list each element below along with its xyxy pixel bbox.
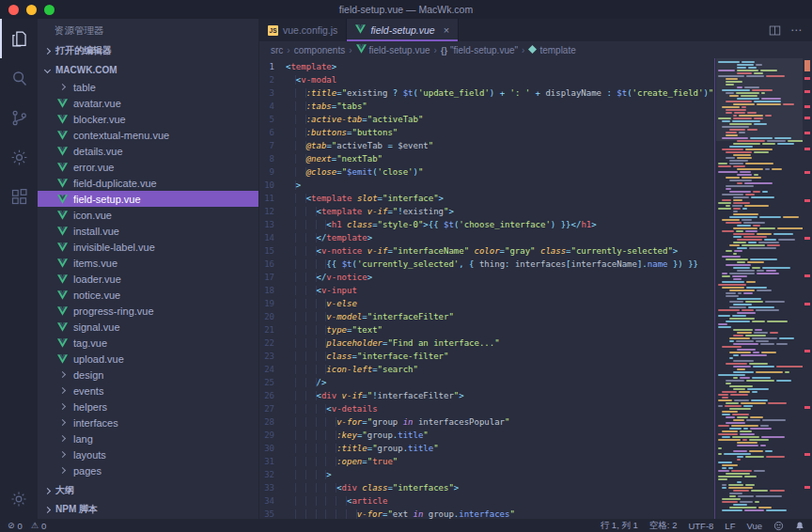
breadcrumb-item-template[interactable]: template — [528, 45, 575, 55]
code-line-5[interactable]: 5 :active-tab="activeTab" — [259, 113, 716, 126]
debug-icon[interactable] — [0, 137, 38, 177]
tree-item-contextual-menu.vue[interactable]: contextual-menu.vue — [38, 127, 258, 143]
code-line-2[interactable]: 2 <v-modal — [259, 73, 716, 86]
code-line-32[interactable]: 32 > — [259, 468, 716, 481]
code-line-28[interactable]: 28 v-for="group in interfacesPopular" — [259, 415, 716, 429]
tree-item-invisible-label.vue[interactable]: invisible-label.vue — [38, 239, 258, 255]
search-icon[interactable] — [0, 58, 38, 98]
code-line-6[interactable]: 6 :buttons="buttons" — [259, 126, 716, 139]
section-open-editors[interactable]: 打开的编辑器 — [38, 41, 258, 60]
status-Vue[interactable]: Vue — [746, 521, 762, 531]
tree-item-install.vue[interactable]: install.vue — [38, 223, 258, 239]
tree-item-error.vue[interactable]: error.vue — [38, 159, 258, 175]
code-line-9[interactable]: 9 @close="$emit('close')" — [259, 165, 716, 179]
status-UTF-8[interactable]: UTF-8 — [688, 521, 713, 531]
code-line-18[interactable]: 18 <v-input — [259, 284, 716, 297]
minimap[interactable] — [716, 58, 803, 519]
code-line-25[interactable]: 25 /> — [259, 376, 716, 389]
status-LF[interactable]: LF — [725, 521, 735, 531]
minimap-row — [716, 219, 803, 221]
code-line-24[interactable]: 24 icon-left="search" — [259, 363, 716, 376]
code-line-13[interactable]: 13 <h1 class="style-0">{{ $t('choose_int… — [259, 218, 716, 231]
code-line-33[interactable]: 33 <div class="interfaces"> — [259, 481, 716, 494]
status-空格: 2[interactable]: 空格: 2 — [649, 520, 678, 532]
code-line-14[interactable]: 14 </template> — [259, 231, 716, 244]
minimap-row — [716, 261, 803, 263]
section-project[interactable]: MACWK.COM — [38, 60, 258, 79]
code-line-27[interactable]: 27 <v-details — [259, 402, 716, 415]
tree-item-field-duplicate.vue[interactable]: field-duplicate.vue — [38, 175, 258, 191]
source-control-icon[interactable] — [0, 98, 38, 137]
tree-item-loader.vue[interactable]: loader.vue — [38, 271, 258, 287]
code-line-1[interactable]: 1<template> — [259, 60, 716, 73]
tree-item-items.vue[interactable]: items.vue — [38, 255, 258, 271]
split-editor-icon[interactable] — [769, 24, 781, 37]
code-line-3[interactable]: 3 :title="existing ? $t('update_field') … — [259, 86, 716, 100]
tree-item-table[interactable]: table — [38, 79, 258, 95]
tree-item-events[interactable]: events — [38, 383, 258, 399]
tree-item-signal.vue[interactable]: signal.vue — [38, 319, 258, 335]
code-line-35[interactable]: 35 v-for="ext in group.interfaces" — [259, 508, 716, 519]
tree-item-lang[interactable]: lang — [38, 430, 258, 446]
minimap-slider[interactable] — [716, 58, 803, 141]
code-line-12[interactable]: 12 <template v-if="!existing"> — [259, 205, 716, 218]
tree-item-progress-ring.vue[interactable]: progress-ring.vue — [38, 303, 258, 319]
bell-icon[interactable] — [795, 521, 804, 531]
code-line-23[interactable]: 23 class="interface-filter" — [259, 350, 716, 363]
code-line-11[interactable]: 11 <template slot="interface"> — [259, 192, 716, 205]
code-line-17[interactable]: 17 </v-notice> — [259, 271, 716, 284]
tree-item-notice.vue[interactable]: notice.vue — [38, 287, 258, 303]
tree-item-design[interactable]: design — [38, 367, 258, 383]
explorer-icon[interactable] — [0, 19, 38, 58]
code-line-22[interactable]: 22 placeholder="Find an interface..." — [259, 336, 716, 350]
tree-item-helpers[interactable]: helpers — [38, 399, 258, 415]
warning-count[interactable]: ⚠0 — [31, 521, 46, 531]
code-line-26[interactable]: 26 <div v-if="!interfaceFilter"> — [259, 389, 716, 402]
extensions-icon[interactable] — [0, 177, 38, 216]
tree-item-upload.vue[interactable]: upload.vue — [38, 351, 258, 367]
code-line-16[interactable]: 16 {{ $t('currently_selected', { thing: … — [259, 258, 716, 271]
minimap-row — [716, 462, 803, 463]
code-line-19[interactable]: 19 v-else — [259, 297, 716, 310]
breadcrumb-item-field-setup.vue[interactable]: {}"field-setup.vue" — [441, 45, 518, 55]
section-npm-scripts[interactable]: NPM 脚本 — [38, 500, 258, 519]
breadcrumb-item-components[interactable]: components — [294, 45, 345, 55]
tree-item-avatar.vue[interactable]: avatar.vue — [38, 95, 258, 111]
tree-item-pages[interactable]: pages — [38, 462, 258, 478]
tree-item-icon.vue[interactable]: icon.vue — [38, 207, 258, 223]
code-line-7[interactable]: 7 @tab="activeTab = $event" — [259, 139, 716, 152]
close-tab-icon[interactable]: × — [444, 24, 449, 36]
code-line-4[interactable]: 4 :tabs="tabs" — [259, 100, 716, 113]
code-line-34[interactable]: 34 <article — [259, 494, 716, 508]
code-line-10[interactable]: 10 > — [259, 179, 716, 192]
minimize-button[interactable] — [26, 5, 37, 15]
tree-item-blocker.vue[interactable]: blocker.vue — [38, 111, 258, 127]
close-button[interactable] — [8, 5, 19, 15]
code-line-30[interactable]: 30 :title="group.title" — [259, 442, 716, 455]
code-line-29[interactable]: 29 :key="group.title" — [259, 429, 716, 442]
breadcrumb-item-field-setup.vue[interactable]: field-setup.vue — [356, 44, 430, 55]
tree-item-tag.vue[interactable]: tag.vue — [38, 335, 258, 351]
tree-item-field-setup.vue[interactable]: field-setup.vue — [38, 191, 258, 207]
tree-item-details.vue[interactable]: details.vue — [38, 143, 258, 159]
section-outline[interactable]: 大纲 — [38, 481, 258, 500]
breadcrumb-item-src[interactable]: src — [271, 45, 283, 55]
manage-icon[interactable] — [0, 479, 38, 519]
minimap-row — [716, 227, 803, 229]
tab-vue.config.js[interactable]: JSvue.config.js — [259, 19, 347, 41]
more-actions-icon[interactable]: ⋯ — [790, 23, 803, 37]
code-line-20[interactable]: 20 v-model="interfaceFilter" — [259, 310, 716, 323]
code-line-8[interactable]: 8 @next="nextTab" — [259, 152, 716, 165]
code-line-31[interactable]: 31 :open="true" — [259, 455, 716, 468]
code-editor[interactable]: 1<template>2 <v-modal3 :title="existing … — [259, 58, 716, 519]
tab-field-setup.vue[interactable]: field-setup.vue× — [347, 19, 459, 41]
code-line-21[interactable]: 21 type="text" — [259, 323, 716, 336]
zoom-button[interactable] — [44, 5, 55, 15]
status-行 1, 列 1[interactable]: 行 1, 列 1 — [601, 520, 638, 532]
code-line-15[interactable]: 15 <v-notice v-if="interfaceName" color=… — [259, 244, 716, 258]
tree-item-layouts[interactable]: layouts — [38, 446, 258, 462]
error-count[interactable]: ⊘0 — [8, 521, 23, 531]
feedback-icon[interactable] — [773, 521, 784, 531]
tree-item-interfaces[interactable]: interfaces — [38, 415, 258, 430]
minimap-row — [716, 354, 803, 356]
